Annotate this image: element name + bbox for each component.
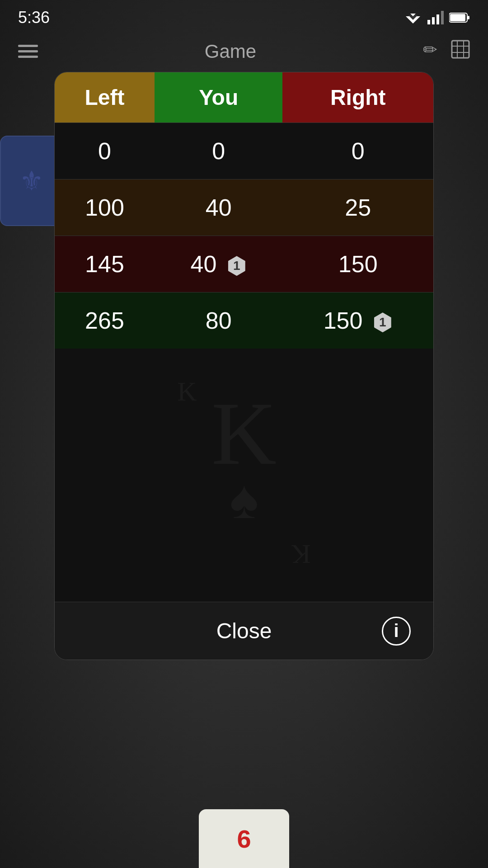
page-title: Game [205,41,256,62]
hamburger-button[interactable] [18,45,38,58]
info-icon: i [394,621,399,641]
table-row: 100 40 25 [55,179,433,236]
status-bar: 5:36 [0,0,488,35]
score-center-1: 40 [155,179,283,236]
info-button[interactable]: i [382,617,411,646]
score-right-3: 150 1 [282,292,433,349]
svg-text:K: K [291,539,310,563]
score-right-1: 25 [282,179,433,236]
score-right-0: 0 [282,123,433,179]
battery-icon [449,12,470,23]
header-right: Right [282,72,433,123]
table-row: 145 40 1 150 [55,236,433,292]
badge-right-3: 1 [373,312,393,332]
score-center-2: 40 1 [155,236,283,292]
svg-text:K: K [211,383,277,483]
svg-text:K: K [177,377,197,406]
table-header-row: Left You Right [55,72,433,123]
wifi-icon [404,11,422,24]
bottom-card: 6 [199,809,289,868]
score-left-3: 265 [55,292,155,349]
badge-center-2: 1 [227,256,247,276]
close-button[interactable]: Close [216,618,272,643]
table-row: 0 0 0 [55,123,433,179]
svg-rect-3 [427,20,430,24]
svg-text:♠: ♠ [230,470,258,530]
score-right-2: 150 [282,236,433,292]
empty-area: K ♠ K K [55,349,433,602]
main-wrapper: Left You Right 0 0 0 100 40 25 145 40 1 [0,72,488,660]
score-dialog: Left You Right 0 0 0 100 40 25 145 40 1 [54,72,434,660]
svg-rect-9 [468,16,469,19]
score-center-0: 0 [155,123,283,179]
close-bar: Close i [55,602,433,660]
svg-rect-10 [452,41,469,58]
score-table: Left You Right 0 0 0 100 40 25 145 40 1 [55,72,433,349]
svg-rect-4 [432,17,435,24]
clock: 5:36 [18,8,50,27]
header-center: You [155,72,283,123]
svg-rect-5 [436,14,439,24]
card-watermark: K ♠ K K [176,373,312,577]
score-left-1: 100 [55,179,155,236]
status-icons [404,11,470,24]
edit-icon[interactable]: ✏ [423,40,437,63]
top-bar-actions: ✏ [423,40,470,63]
score-center-3: 80 [155,292,283,349]
bottom-card-value: 6 [237,824,251,854]
svg-rect-6 [441,11,444,24]
table-icon[interactable] [451,40,470,63]
score-left-2: 145 [55,236,155,292]
signal-icon [427,11,444,24]
table-row: 265 80 150 1 [55,292,433,349]
score-left-0: 0 [55,123,155,179]
svg-rect-8 [450,14,465,21]
top-bar: Game ✏ [0,35,488,72]
header-left: Left [55,72,155,123]
